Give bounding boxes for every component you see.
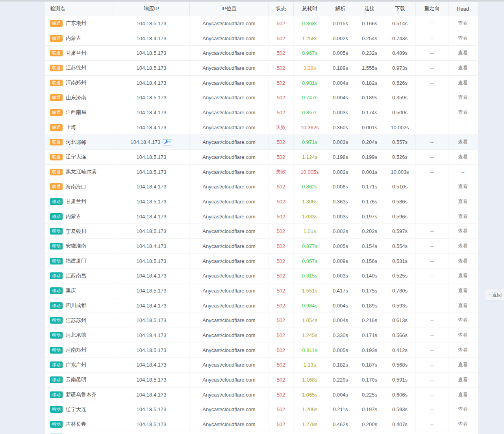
ip-location: Anycast/cloudflare.com [202,50,255,56]
view-head-link[interactable]: 查看 [458,109,468,116]
dns-time: 0.363s [333,199,348,205]
status-value: 502 [277,362,285,368]
download-time: 0.510s [392,184,408,190]
status-value: 502 [277,347,285,353]
view-head-link[interactable]: 查看 [458,406,468,413]
view-head-link[interactable]: 查看 [458,50,468,56]
dns-time: 0.002s [333,169,348,175]
view-head-link[interactable]: 查看 [458,332,468,339]
ip-location: Anycast/cloudflare.com [202,303,255,309]
response-ip: 104.18.5.173 [137,406,167,412]
download-time: 0.593s [392,303,408,309]
download-time: 10.003s [391,169,409,175]
table-body: 联通广东潮州104.18.5.173Anycast/cloudflare.com… [45,16,478,434]
location-label: 四川成都 [66,302,86,309]
download-time: 0.593s [392,406,408,412]
view-head-link[interactable]: 查看 [458,80,468,86]
download-time: 0.586s [392,199,408,205]
view-head-link[interactable]: 查看 [458,243,468,250]
view-head-link[interactable]: 查看 [458,272,468,279]
view-head-link[interactable]: 查看 [458,183,468,190]
ip-location: Anycast/cloudflare.com [202,392,255,398]
response-ip: 104.18.5.173 [137,199,167,205]
table-row: 移动云南昆明104.18.5.173Anycast/cloudflare.com… [45,373,478,387]
dns-time: 0.462s [333,421,348,427]
view-head-link[interactable]: 查看 [458,35,468,42]
isp-badge: 联通 [50,50,63,56]
column-header-4: 总耗时 [294,2,326,16]
table-row: 移动江西南昌104.18.4.173Anycast/cloudflare.com… [45,268,478,283]
view-head-link[interactable]: 查看 [458,302,468,309]
download-time: 0.407s [392,421,408,427]
ip-location: Anycast/cloudflare.com [202,139,255,145]
view-head-link[interactable]: 查看 [458,287,468,294]
ip-location: Anycast/cloudflare.com [202,273,255,279]
ip-location: Anycast/cloudflare.com [202,377,255,383]
view-head-link[interactable]: 查看 [458,154,468,160]
response-ip: 104.18.4.173 [131,139,161,145]
connect-time: 1.555s [362,65,377,71]
total-time: 1.065s [302,392,317,398]
redirect-value: -- [430,214,434,220]
connect-time: 0.189s [362,303,377,309]
download-time: 0.596s [392,214,408,220]
response-ip: 104.18.4.173 [137,35,167,41]
location-label: 河北承德 [66,332,86,339]
ip-location: Anycast/cloudflare.com [202,421,255,427]
back-to-top-button[interactable]: ↑ 返回 [485,289,504,301]
status-value: 502 [277,288,285,294]
location-label: 江西南昌 [66,272,86,279]
view-head-link[interactable]: 查看 [458,361,468,368]
view-head-link[interactable]: 查看 [458,347,468,354]
download-time: 0.973s [392,65,408,71]
view-head-link[interactable]: 查看 [458,198,468,205]
diagnose-tool-button[interactable]: ▾ [163,139,172,145]
dns-time: 0.003s [333,110,348,115]
view-head-link[interactable]: 查看 [458,376,468,383]
response-ip: 104.18.5.173 [137,228,167,234]
connect-time: 0.200s [362,421,377,427]
table-row: 移动安徽淮南104.18.4.173Anycast/cloudflare.com… [45,239,478,254]
response-ip: 104.18.5.173 [137,95,167,101]
view-head-link[interactable]: 查看 [458,258,468,264]
connect-time: 0.193s [362,347,377,353]
table-row: 联通黑龙江哈尔滨104.18.5.173Anycast/cloudflare.c… [45,165,478,180]
redirect-value: -- [430,273,434,279]
view-head-link[interactable]: 查看 [458,65,468,71]
download-time: 0.525s [392,273,408,279]
view-head-link[interactable]: 查看 [458,139,468,145]
table-row: 移动河北承德104.18.4.173Anycast/cloudflare.com… [45,328,478,343]
view-head-link[interactable]: 查看 [458,20,468,27]
view-head-link[interactable]: 查看 [458,213,468,220]
isp-badge: 移动 [50,347,63,354]
view-head-link[interactable]: 查看 [458,421,468,428]
redirect-value: -- [430,362,434,368]
redirect-value: -- [430,169,434,175]
ip-location: Anycast/cloudflare.com [202,199,255,205]
location-label: 辽宁大连 [66,153,86,160]
total-time: 10.005s [300,169,319,175]
status-value: 502 [277,317,285,323]
response-ip: 104.18.5.173 [137,288,167,294]
isp-badge: 联通 [50,154,63,160]
table-row: 移动新疆乌鲁木齐104.18.4.173Anycast/cloudflare.c… [45,387,478,402]
column-header-6: 连接 [355,2,384,16]
connect-time: 0.001s [362,125,377,130]
view-head-link[interactable]: 查看 [458,228,468,235]
isp-badge: 移动 [50,361,63,368]
view-head-link[interactable]: 查看 [458,94,468,101]
ip-location: Anycast/cloudflare.com [202,184,255,190]
isp-badge: 联通 [50,20,63,27]
table-row: 联通广东潮州104.18.5.173Anycast/cloudflare.com… [45,16,478,31]
response-ip: 104.18.4.173 [137,80,167,86]
isp-badge: 联通 [50,65,63,71]
connect-time: 0.156s [362,258,377,264]
connect-time: 0.204s [362,139,377,145]
download-time: 0.566s [392,332,408,338]
status-value: 502 [277,392,285,398]
view-head-link[interactable]: 查看 [458,391,468,398]
table-row: 移动甘肃兰州104.18.5.173Anycast/cloudflare.com… [45,194,478,209]
view-head-link[interactable]: 查看 [458,317,468,324]
redirect-value: -- [430,139,434,145]
chevron-down-icon: ▾ [169,141,170,144]
